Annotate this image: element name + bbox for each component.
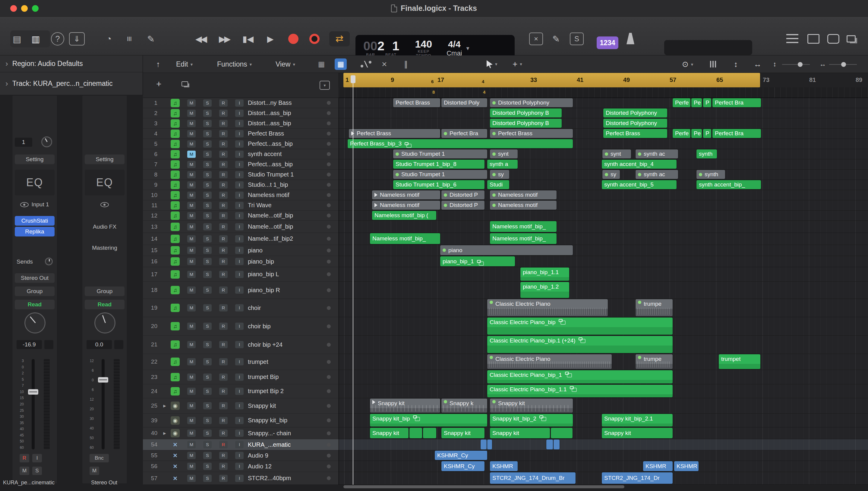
horizontal-zoom-slider[interactable]	[829, 64, 857, 65]
disclosure-chevron-icon[interactable]: ▸	[159, 402, 171, 409]
track-record-button[interactable]: R	[219, 323, 227, 330]
ruler-bar-number[interactable]: 9	[391, 77, 394, 83]
region-pe[interactable]: Pe	[691, 129, 702, 138]
track-name[interactable]: Studio...t 1_bip	[248, 181, 327, 188]
track-input-button[interactable]: I	[235, 130, 244, 137]
fader-handle[interactable]	[28, 389, 38, 395]
go-to-beginning-button[interactable]: ▮◀	[242, 34, 253, 44]
track-name[interactable]: Studio Trumpet 1	[248, 171, 327, 178]
track-lane-3[interactable]: Distorted Polyphony BDistorted Polyphony	[339, 118, 868, 128]
track-solo-button[interactable]: S	[203, 171, 212, 178]
format-box[interactable]	[44, 340, 53, 349]
track-name[interactable]: trumpet Bip	[248, 374, 327, 380]
track-record-button[interactable]: R	[219, 202, 227, 209]
track-record-button[interactable]: R	[219, 247, 227, 254]
track-lane-13[interactable]: Nameless motif_bip_	[339, 221, 868, 233]
volume-value[interactable]: 0.0	[86, 340, 112, 349]
track-name[interactable]: Distort...ass_bip	[248, 120, 327, 127]
region-kshmr-cy[interactable]: KSHMR_Cy	[435, 451, 487, 460]
track-record-button[interactable]: R	[219, 130, 227, 137]
track-mute-button[interactable]: M	[187, 151, 196, 158]
track-header-1[interactable]: 1♫MSRIDistort...ny Bass	[143, 98, 338, 108]
scroll-to-playhead-icon[interactable]: ↑	[156, 60, 160, 69]
track-name[interactable]: Snappy kit_bip	[248, 417, 327, 424]
track-header-25[interactable]: 25▸◉MSRISnappy kit	[143, 398, 338, 413]
track-input-button[interactable]: I	[235, 374, 244, 381]
track-solo-button[interactable]: S	[203, 130, 212, 137]
track-lane-16[interactable]: piano_bip_1	[339, 256, 868, 267]
track-solo-button[interactable]: S	[203, 452, 212, 459]
format-box[interactable]	[114, 340, 123, 349]
track-name[interactable]: choir bip +24	[248, 341, 327, 348]
region-distorted-p[interactable]: Distorted P	[441, 201, 485, 210]
track-header-7[interactable]: 7♫MSRIPerfect...ass_bip	[143, 160, 338, 170]
region-kshmr-cy[interactable]: KSHMR_Cy	[441, 461, 485, 471]
track-lane-55[interactable]: KSHMR_Cy	[339, 450, 868, 461]
count-in-button[interactable]: 1234	[597, 36, 618, 49]
track-input-button[interactable]: I	[235, 151, 244, 158]
track-name[interactable]: Namele...otif_bip	[248, 212, 327, 219]
track-header-18[interactable]: 18♫MSRIpiano_bip R	[143, 282, 338, 299]
functions-menu[interactable]: Functions▾	[217, 60, 252, 68]
track-lane-7[interactable]: Studio Trumpet 1_bip_8synth asynth accen…	[339, 160, 868, 170]
track-record-button[interactable]: R	[219, 452, 227, 459]
track-name[interactable]: Tri Wave	[248, 202, 327, 209]
view-menu[interactable]: View▾	[276, 60, 295, 68]
region-classic-electric-piano[interactable]: Classic Electric Piano	[487, 299, 608, 316]
track-solo-button[interactable]: S	[203, 430, 212, 437]
track-name[interactable]: Snappy...- chain	[248, 430, 327, 437]
pan-knob[interactable]	[41, 137, 52, 147]
region-snappy-kit[interactable]: Snappy kit	[441, 428, 485, 438]
track-record-button[interactable]: R	[219, 374, 227, 381]
track-input-button[interactable]: I	[235, 171, 244, 178]
region-sy[interactable]: sy	[490, 170, 509, 179]
track-header-22[interactable]: 22♫MSRItrumpet	[143, 354, 338, 370]
ruler-bar-number[interactable]: 17	[437, 77, 444, 83]
track-name[interactable]: Perfect Brass	[248, 130, 327, 137]
region-synth-accent-bip[interactable]: synth accent_bip_	[697, 180, 761, 189]
setting-button[interactable]: Setting	[85, 154, 125, 164]
add-track-button[interactable]: +	[156, 79, 162, 89]
group-button[interactable]: Group	[15, 286, 55, 296]
track-header-55[interactable]: 55×MSRIAudio 9	[143, 450, 338, 461]
track-lane-9[interactable]: Studio Trumpet 1_bip_6Studisynth accent_…	[339, 180, 868, 190]
track-input-button[interactable]: I	[235, 475, 244, 482]
group-button[interactable]: Group	[85, 286, 125, 296]
track-lane-54[interactable]	[339, 439, 868, 450]
track-mute-button[interactable]: M	[187, 417, 196, 424]
region-perfect-bra[interactable]: Perfect Bra	[712, 98, 761, 107]
bar-ruler[interactable]: 191733414957657381896844	[339, 73, 868, 98]
track-input-button[interactable]: I	[235, 247, 244, 254]
track-header-14[interactable]: 14♫MSRINamele...tif_bip2	[143, 233, 338, 245]
region-kshmr[interactable]: KSHMR	[643, 461, 673, 471]
track-record-button[interactable]: R	[219, 475, 227, 482]
track-mute-button[interactable]: M	[187, 223, 196, 230]
track-mute-button[interactable]: M	[187, 120, 196, 127]
track-record-button[interactable]: R	[219, 402, 227, 409]
region-snappy-kit-bip-2-1[interactable]: Snappy kit_bip_2.1	[602, 414, 673, 427]
track-input-button[interactable]: I	[235, 212, 244, 219]
track-record-button[interactable]: R	[219, 271, 227, 278]
region-snappy-kit[interactable]: Snappy kit	[370, 428, 409, 438]
track-name[interactable]: Namele...otif_bip	[248, 223, 327, 230]
track-header-2[interactable]: 2♫MSRIDistort...ass_bip	[143, 108, 338, 118]
track-lane-56[interactable]: KSHMR_CyKSHMRKSHMRKSHMR	[339, 461, 868, 472]
ruler-bar-number[interactable]: 81	[809, 77, 816, 83]
disclosure-chevron-icon[interactable]: ›	[5, 79, 8, 88]
automation-icon[interactable]	[360, 61, 372, 67]
waveform-zoom-icon[interactable]	[710, 61, 717, 67]
record-enable-button[interactable]: R	[20, 454, 29, 462]
toolbar-dial-icon[interactable]: ◔	[106, 34, 112, 44]
record-button[interactable]	[288, 34, 298, 44]
track-lane-15[interactable]: piano	[339, 245, 868, 256]
region-nameless-motif-bip[interactable]: Nameless motif_bip_	[370, 233, 440, 244]
region-distorted-polyphony[interactable]: Distorted Polyphony	[603, 109, 667, 117]
track-input-button[interactable]: I	[235, 223, 244, 230]
track-input-button[interactable]: I	[235, 323, 244, 330]
track-name[interactable]: Distort...ny Bass	[248, 99, 327, 106]
track-header-5[interactable]: 5♫MSRIPerfect...ass_bip	[143, 139, 338, 149]
track-name[interactable]: synth accent	[248, 151, 327, 157]
edit-menu[interactable]: Edit▾	[176, 60, 193, 68]
track-record-button[interactable]: R	[219, 161, 227, 168]
track-record-button[interactable]: R	[219, 358, 227, 366]
